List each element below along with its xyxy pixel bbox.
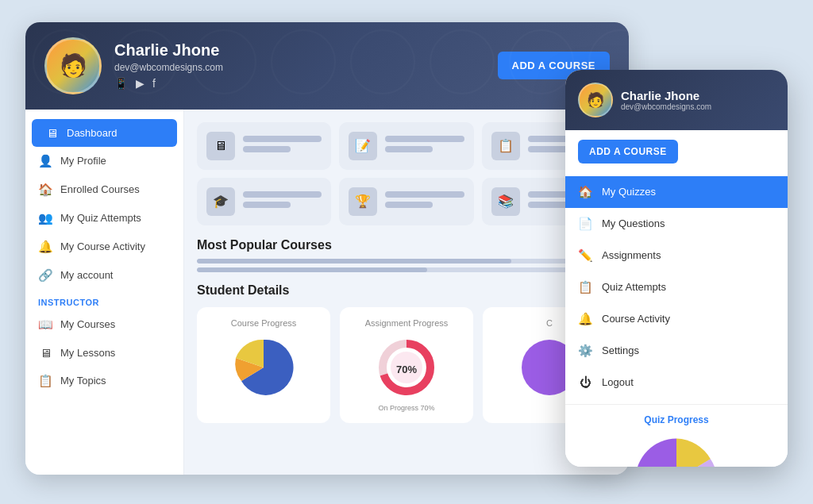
sidebar-item-quiz[interactable]: 👥 My Quiz Attempts — [25, 204, 183, 233]
popular-courses-bars — [197, 259, 616, 272]
instructor-section-label: INSTRUCTOR — [25, 290, 183, 310]
sidebar-item-courses[interactable]: 📖 My Courses — [25, 310, 183, 339]
sidebar-item-dashboard[interactable]: 🖥 Dashboard — [32, 119, 177, 147]
course-icon-5: 🏆 — [349, 187, 377, 216]
account-icon: 🔗 — [38, 268, 52, 283]
charts-row: Course Progress Assignment Progress — [197, 307, 616, 423]
header-social-icons: 📱 ▶ f — [114, 77, 498, 90]
sidebar-item-account[interactable]: 🔗 My account — [25, 261, 183, 290]
mobile-menu-questions[interactable]: 📄 My Questions — [565, 208, 788, 240]
assignments-label: Assignments — [602, 249, 661, 261]
sidebar-label-activity: My Course Activity — [60, 240, 145, 252]
mobile-email: dev@wbcomdesigns.com — [621, 102, 711, 111]
sidebar-label-quiz: My Quiz Attempts — [60, 212, 141, 224]
quiz-progress-chart — [578, 432, 775, 467]
header-banner: 🧑 Charlie Jhone dev@wbcomdesigns.com 📱 ▶… — [25, 22, 629, 110]
body-layout: 🖥 Dashboard 👤 My Profile 🏠 Enrolled Cour… — [25, 110, 629, 475]
mobile-header: 🧑 Charlie Jhone dev@wbcomdesigns.com — [565, 70, 788, 130]
course-icon-4: 🎓 — [206, 187, 235, 216]
student-details-title: Student Details — [197, 283, 616, 298]
sidebar-label-lessons: My Lessons — [60, 347, 115, 359]
mobile-menu-assignments[interactable]: ✏️ Assignments — [565, 240, 788, 271]
youtube-icon: ▶ — [136, 77, 144, 90]
course-activity-label: Course Activity — [602, 313, 670, 325]
course-card-2[interactable]: 📝 — [339, 122, 473, 170]
sidebar-label-topics: My Topics — [60, 375, 106, 387]
mobile-menu: 🏠 My Quizzes 📄 My Questions ✏️ Assignmen… — [565, 173, 788, 401]
sidebar-item-activity[interactable]: 🔔 My Course Activity — [25, 233, 183, 261]
assignments-icon: ✏️ — [578, 248, 592, 263]
course-cards-grid: 🖥 📝 📋 — [197, 122, 616, 225]
course-activity-icon: 🔔 — [578, 312, 592, 326]
popular-courses-title: Most Popular Courses — [197, 238, 616, 252]
assignment-progress-chart: Assignment Progress 70% — [340, 307, 473, 423]
sidebar-label-enrolled: Enrolled Courses — [60, 183, 140, 195]
main-desktop-card: 🧑 Charlie Jhone dev@wbcomdesigns.com 📱 ▶… — [25, 22, 629, 475]
progress-bar-row-1 — [197, 259, 616, 264]
course-icon-6: 📚 — [491, 187, 520, 216]
donut-sublabel: On Progress 70% — [351, 404, 462, 412]
quiz-attempts-label: Quiz Attempts — [602, 281, 666, 293]
activity-icon: 🔔 — [38, 240, 52, 254]
logout-label: Logout — [602, 376, 634, 388]
sidebar-item-profile[interactable]: 👤 My Profile — [25, 147, 183, 175]
enrolled-icon: 🏠 — [38, 183, 52, 197]
sidebar-label-profile: My Profile — [60, 155, 106, 167]
lessons-icon: 🖥 — [38, 346, 52, 360]
sidebar-label-dashboard: Dashboard — [67, 127, 118, 139]
mobile-menu-quizzes[interactable]: 🏠 My Quizzes — [565, 176, 788, 208]
mobile-add-course-button[interactable]: ADD A COURSE — [578, 140, 678, 164]
course-icon-2: 📝 — [349, 132, 377, 160]
quiz-attempts-icon: 📋 — [578, 280, 592, 294]
assignment-progress-title: Assignment Progress — [351, 318, 462, 328]
quiz-progress-pie — [629, 432, 724, 467]
mobile-menu-course-activity[interactable]: 🔔 Course Activity — [565, 303, 788, 335]
mobile-divider — [565, 404, 788, 405]
donut-percent: 70% — [396, 363, 417, 375]
quiz-progress-title: Quiz Progress — [578, 414, 775, 425]
course-icon-1: 🖥 — [206, 132, 235, 160]
questions-label: My Questions — [602, 217, 665, 229]
header-name: Charlie Jhone — [114, 41, 498, 60]
profile-icon: 👤 — [38, 154, 52, 168]
mobile-menu-quiz-attempts[interactable]: 📋 Quiz Attempts — [565, 271, 788, 303]
quiz-icon: 👥 — [38, 211, 52, 225]
course-progress-title: Course Progress — [208, 318, 319, 328]
questions-icon: 📄 — [578, 217, 592, 231]
progress-bar-row-2 — [197, 267, 616, 272]
settings-icon: ⚙️ — [578, 344, 592, 358]
dashboard-icon: 🖥 — [44, 126, 59, 140]
header-info: Charlie Jhone dev@wbcomdesigns.com 📱 ▶ f — [114, 41, 498, 90]
mobile-menu-settings[interactable]: ⚙️ Settings — [565, 335, 788, 367]
header-email: dev@wbcomdesigns.com — [114, 62, 498, 73]
mobile-menu-logout[interactable]: ⏻ Logout — [565, 367, 788, 398]
sidebar-item-enrolled[interactable]: 🏠 Enrolled Courses — [25, 175, 183, 204]
course-progress-chart: Course Progress — [197, 307, 330, 423]
mobile-card: 🧑 Charlie Jhone dev@wbcomdesigns.com ADD… — [565, 70, 788, 467]
facebook-icon: f — [152, 77, 156, 90]
course-card-1[interactable]: 🖥 — [197, 122, 331, 170]
mobile-avatar: 🧑 — [578, 83, 613, 117]
sidebar: 🖥 Dashboard 👤 My Profile 🏠 Enrolled Cour… — [25, 110, 184, 475]
sidebar-item-lessons[interactable]: 🖥 My Lessons — [25, 339, 183, 367]
sidebar-label-courses: My Courses — [60, 318, 115, 330]
courses-icon: 📖 — [38, 317, 52, 332]
course-card-4[interactable]: 🎓 — [197, 178, 331, 225]
course-icon-3: 📋 — [491, 132, 520, 160]
sidebar-label-account: My account — [60, 269, 113, 281]
settings-label: Settings — [602, 344, 639, 356]
main-content: 🖥 📝 📋 — [184, 110, 629, 475]
course-progress-pie — [232, 336, 295, 399]
quizzes-icon: 🏠 — [578, 185, 592, 199]
topics-icon: 📋 — [38, 374, 52, 388]
quizzes-label: My Quizzes — [602, 186, 656, 198]
mobile-header-info: Charlie Jhone dev@wbcomdesigns.com — [621, 89, 711, 111]
mobile-name: Charlie Jhone — [621, 89, 711, 102]
sidebar-item-topics[interactable]: 📋 My Topics — [25, 367, 183, 395]
quiz-progress-section: Quiz Progress — [565, 408, 788, 467]
course-card-5[interactable]: 🏆 — [339, 178, 473, 225]
whatsapp-icon: 📱 — [114, 77, 128, 90]
logout-icon: ⏻ — [578, 375, 592, 389]
avatar: 🧑 — [44, 37, 102, 94]
